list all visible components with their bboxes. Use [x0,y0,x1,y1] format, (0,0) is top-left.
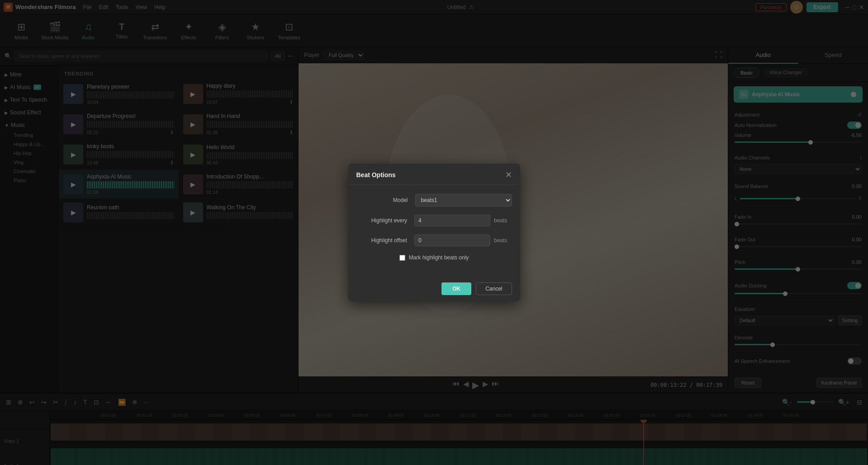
highlight-every-row: Highlight every beats [356,215,512,226]
mark-highlight-row: Mark highlight beats only [356,254,512,261]
dialog-footer: OK Cancel [348,278,520,301]
model-row: Model beats1 beats2 [356,194,512,207]
ok-button[interactable]: OK [441,282,471,295]
highlight-every-input[interactable] [414,215,490,226]
beat-options-dialog: Beat Options ✕ Model beats1 beats2 Highl… [348,164,520,301]
highlight-offset-row: Highlight offset beats [356,235,512,246]
cancel-button[interactable]: Cancel [476,282,512,295]
mark-highlight-checkbox[interactable] [399,255,405,261]
model-label: Model [356,197,415,203]
highlight-offset-label: Highlight offset [356,237,415,244]
dialog-header: Beat Options ✕ [348,164,520,185]
highlight-every-unit: beats [494,217,512,224]
highlight-offset-input[interactable] [414,235,490,246]
dialog-overlay[interactable]: Beat Options ✕ Model beats1 beats2 Highl… [0,0,868,465]
model-select[interactable]: beats1 beats2 [415,194,512,207]
mark-highlight-label: Mark highlight beats only [409,254,469,261]
dialog-title: Beat Options [356,171,396,178]
highlight-every-label: Highlight every [356,217,415,224]
dialog-close-button[interactable]: ✕ [505,170,512,180]
dialog-body: Model beats1 beats2 Highlight every beat… [348,185,520,278]
highlight-offset-unit: beats [494,237,512,244]
